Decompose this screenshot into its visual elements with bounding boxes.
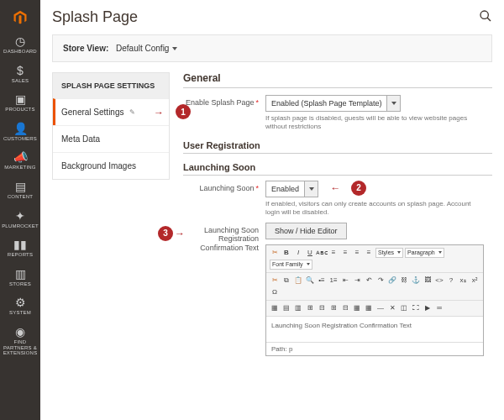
- align-justify-icon[interactable]: ≡: [364, 248, 374, 258]
- settings-sidebar: SPLASH PAGE SETTINGS General Settings ✎ …: [52, 72, 170, 180]
- cut-icon[interactable]: ✂: [270, 276, 280, 286]
- align-center-icon[interactable]: ≡: [340, 248, 350, 258]
- nav-sales[interactable]: $SALES: [0, 60, 40, 89]
- settings-item-general[interactable]: General Settings ✎: [53, 98, 169, 125]
- config-panel: General Enable Splash Page* Enabled (Spl…: [183, 72, 492, 420]
- show-hide-editor-button[interactable]: Show / Hide Editor: [265, 223, 347, 239]
- main-content: Splash Page Store View: Default Config S…: [40, 0, 504, 420]
- merge-cells-icon[interactable]: ▦: [352, 303, 362, 313]
- nav-label: STORES: [9, 281, 31, 287]
- bullet-list-icon[interactable]: •≡: [317, 276, 327, 286]
- outdent-icon[interactable]: ⇤: [340, 276, 350, 286]
- underline-icon[interactable]: U: [305, 248, 315, 258]
- align-right-icon[interactable]: ≡: [352, 248, 362, 258]
- nav-label: FIND PARTNERS & EXTENSIONS: [2, 339, 39, 356]
- fontfamily-select[interactable]: Font Family: [270, 260, 312, 270]
- paste-icon[interactable]: 📋: [293, 276, 303, 286]
- insert-row-icon[interactable]: ⊞: [305, 303, 315, 313]
- number-list-icon[interactable]: 1≡: [328, 276, 339, 286]
- nav-products[interactable]: ▣PRODUCTS: [0, 88, 40, 118]
- nav-label: SYSTEM: [9, 310, 31, 316]
- remove-format-icon[interactable]: ✕: [387, 303, 397, 313]
- image-icon[interactable]: 🖼: [423, 276, 433, 286]
- insert-widget-icon[interactable]: ✂: [270, 248, 280, 258]
- enable-splash-select[interactable]: Enabled (Splash Page Template): [265, 95, 401, 112]
- visual-aid-icon[interactable]: ◫: [399, 303, 409, 313]
- hr-icon[interactable]: —: [375, 303, 386, 313]
- callout-3: 3: [158, 226, 173, 241]
- nav-content[interactable]: ▤CONTENT: [0, 176, 40, 205]
- nav-label: PLUMROCKET: [2, 223, 39, 229]
- find-icon[interactable]: 🔍: [305, 276, 315, 286]
- nav-label: CUSTOMERS: [3, 136, 37, 142]
- admin-sidebar: ◷DASHBOARD $SALES ▣PRODUCTS 👤CUSTOMERS 📣…: [0, 0, 40, 420]
- row-props-icon[interactable]: ▤: [281, 303, 291, 313]
- nav-partners[interactable]: ◉FIND PARTNERS & EXTENSIONS: [0, 321, 40, 361]
- section-userreg-title: User Registration: [183, 140, 492, 154]
- nav-system[interactable]: ⚙SYSTEM: [0, 291, 40, 321]
- subscript-icon[interactable]: x₂: [458, 276, 468, 286]
- cell-props-icon[interactable]: ▥: [293, 303, 303, 313]
- bold-icon[interactable]: B: [281, 248, 291, 258]
- nav-label: DASHBOARD: [3, 49, 37, 55]
- reports-icon: ▮▮: [13, 239, 27, 250]
- nav-plumrocket[interactable]: ✦PLUMROCKET: [0, 205, 40, 234]
- undo-icon[interactable]: ↶: [364, 276, 374, 286]
- nav-marketing[interactable]: 📣MARKETING: [0, 146, 40, 176]
- copy-icon[interactable]: ⧉: [281, 276, 291, 286]
- help-icon[interactable]: ?: [446, 276, 456, 286]
- nav-stores[interactable]: ▥STORES: [0, 263, 40, 292]
- fullscreen-icon[interactable]: ⛶: [411, 303, 421, 313]
- callout-arrow-3: →: [175, 228, 185, 239]
- anchor-icon[interactable]: ⚓: [411, 276, 421, 286]
- delete-col-icon[interactable]: ⊟: [340, 303, 350, 313]
- field-label: Launching Soon*: [183, 181, 259, 218]
- help-text: If splash page is disabled, guests will …: [265, 114, 475, 132]
- editor-textarea[interactable]: Launching Soon Registration Confirmation…: [266, 317, 483, 342]
- search-icon[interactable]: [479, 9, 492, 26]
- plumrocket-icon: ✦: [15, 210, 25, 222]
- pencil-icon: ✎: [129, 108, 135, 116]
- link-icon[interactable]: 🔗: [387, 276, 397, 286]
- strikethrough-icon[interactable]: ᴀʙᴄ: [317, 248, 327, 258]
- code-icon[interactable]: <>: [434, 276, 444, 286]
- settings-item-bgimages[interactable]: Background Images: [53, 152, 169, 179]
- stores-icon: ▥: [15, 268, 26, 280]
- table-icon[interactable]: ▦: [270, 303, 280, 313]
- superscript-icon[interactable]: x²: [470, 276, 480, 286]
- nav-customers[interactable]: 👤CUSTOMERS: [0, 118, 40, 147]
- nav-label: CONTENT: [8, 194, 33, 200]
- italic-icon[interactable]: I: [293, 248, 303, 258]
- redo-icon[interactable]: ↷: [375, 276, 386, 286]
- media-icon[interactable]: ▶: [423, 303, 433, 313]
- nav-reports[interactable]: ▮▮REPORTS: [0, 234, 40, 263]
- store-view-bar: Store View: Default Config: [52, 34, 492, 62]
- styles-select[interactable]: Styles: [375, 248, 403, 258]
- special-char-icon[interactable]: Ω: [270, 287, 280, 297]
- svg-line-1: [487, 18, 491, 21]
- nav-dashboard[interactable]: ◷DASHBOARD: [0, 30, 40, 60]
- split-cells-icon[interactable]: ▦: [364, 303, 374, 313]
- settings-item-metadata[interactable]: Meta Data: [53, 125, 169, 152]
- nav-label: REPORTS: [8, 252, 33, 258]
- hr2-icon[interactable]: ═: [434, 303, 444, 313]
- customers-icon: 👤: [13, 123, 28, 134]
- page-title: Splash Page: [52, 8, 138, 26]
- magento-logo: [0, 5, 40, 30]
- select-value: Enabled: [266, 181, 304, 197]
- svg-point-0: [480, 11, 488, 18]
- editor-toolbar-row3: ▦ ▤ ▥ ⊞ ⊟ ⊞ ⊟ ▦ ▦ — ✕ ◫: [266, 301, 483, 317]
- launching-soon-select[interactable]: Enabled: [265, 181, 318, 197]
- callout-2: 2: [351, 181, 366, 196]
- unlink-icon[interactable]: ⛓: [399, 276, 409, 286]
- marketing-icon: 📣: [13, 151, 28, 163]
- insert-col-icon[interactable]: ⊞: [328, 303, 339, 313]
- delete-row-icon[interactable]: ⊟: [317, 303, 327, 313]
- store-view-select[interactable]: Default Config: [116, 44, 177, 53]
- align-left-icon[interactable]: ≡: [328, 248, 339, 258]
- products-icon: ▣: [15, 93, 26, 105]
- indent-icon[interactable]: ⇥: [352, 276, 362, 286]
- section-launching-title: Launching Soon: [183, 162, 492, 176]
- field-label: Launching Soon Registration Confirmation…: [183, 223, 259, 356]
- paragraph-select[interactable]: Paragraph: [405, 248, 444, 258]
